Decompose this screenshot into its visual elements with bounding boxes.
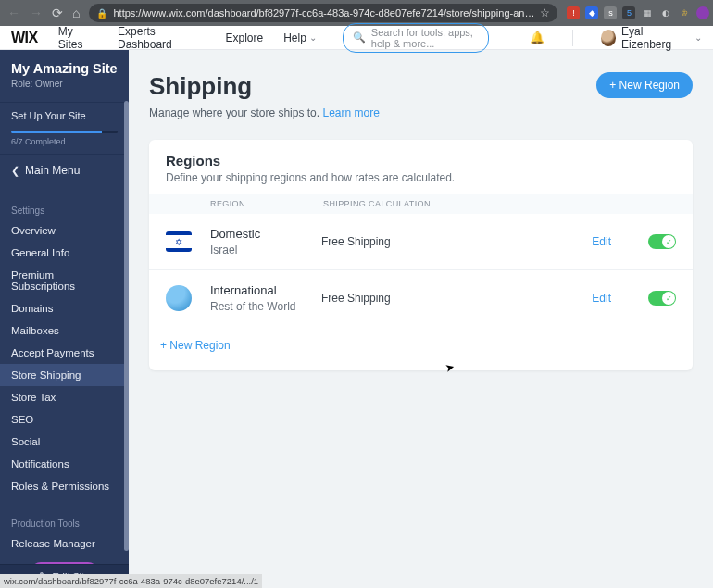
ext-icon[interactable]: ♔ — [678, 6, 691, 19]
wix-logo[interactable]: WIX — [11, 30, 38, 46]
search-icon: 🔍 — [353, 31, 366, 44]
browser-status-bar: wix.com/dashboard/bf82977f-cc6a-483a-974… — [0, 574, 262, 588]
region-location: Israel — [210, 244, 321, 256]
israel-flag-icon: ✡ — [166, 231, 192, 252]
learn-more-link[interactable]: Learn more — [322, 106, 379, 119]
search-placeholder: Search for tools, apps, help & more... — [371, 27, 479, 49]
site-title: My Amazing Site — [11, 61, 118, 76]
chevron-down-icon: ⌄ — [694, 32, 702, 43]
browser-home-icon[interactable]: ⌂ — [72, 6, 80, 20]
nav-experts[interactable]: Experts Dashboard — [118, 25, 205, 51]
globe-icon — [166, 285, 192, 311]
chevron-down-icon: ⌄ — [309, 32, 317, 43]
bookmark-star-icon[interactable]: ☆ — [540, 6, 550, 19]
main-content: Shipping Manage where your store ships t… — [129, 50, 713, 588]
sidebar-item-payments[interactable]: Accept Payments — [0, 342, 129, 364]
ext-icon[interactable] — [696, 6, 709, 19]
region-calc: Free Shipping — [321, 235, 592, 248]
global-search[interactable]: 🔍 Search for tools, apps, help & more... — [343, 23, 489, 53]
sidebar-item-shipping[interactable]: Store Shipping — [0, 364, 129, 386]
divider — [572, 30, 573, 46]
edit-region-link[interactable]: Edit — [592, 292, 611, 305]
nav-explore[interactable]: Explore — [225, 31, 263, 44]
top-nav: WIX My Sites Experts Dashboard Explore H… — [0, 26, 713, 50]
region-location: Rest of the World — [210, 300, 321, 313]
extensions-strip: ! ◆ s 5 ▦ ◐ ♔ ☺ ⋮ — [567, 6, 713, 20]
setup-site-link[interactable]: Set Up Your Site — [0, 103, 129, 125]
sidebar-item-tax[interactable]: Store Tax — [0, 386, 129, 408]
ext-icon[interactable]: ▦ — [641, 6, 654, 19]
sidebar-item-roles[interactable]: Roles & Permissions — [0, 475, 129, 497]
url-bar[interactable]: 🔒 https://www.wix.com/dashboard/bf82977f… — [89, 4, 557, 22]
col-region: REGION — [166, 199, 323, 208]
section-production: Production Tools — [0, 507, 129, 532]
lock-icon: 🔒 — [96, 8, 107, 19]
account-name: Eyal Eizenberg — [621, 25, 689, 51]
url-text: https://www.wix.com/dashboard/bf82977f-c… — [113, 7, 534, 19]
chevron-left-icon: ❮ — [11, 165, 19, 177]
sidebar-item-domains[interactable]: Domains — [0, 297, 129, 319]
setup-progress — [11, 131, 118, 133]
regions-table-head: REGION SHIPPING CALCULATION — [149, 194, 693, 214]
browser-reload-icon[interactable]: ⟳ — [52, 6, 63, 20]
avatar — [601, 30, 616, 46]
site-role: Role: Owner — [11, 79, 118, 89]
region-row-domestic[interactable]: ✡ Domestic Israel Free Shipping Edit — [149, 214, 693, 269]
sidebar: My Amazing Site Role: Owner Set Up Your … — [0, 50, 129, 588]
page-subtitle: Manage where your store ships to. Learn … — [149, 106, 380, 119]
sidebar-item-overview[interactable]: Overview — [0, 219, 129, 242]
sidebar-item-general[interactable]: General Info — [0, 242, 129, 264]
sidebar-item-mailboxes[interactable]: Mailboxes — [0, 319, 129, 342]
edit-region-link[interactable]: Edit — [592, 235, 611, 248]
sidebar-item-social[interactable]: Social — [0, 431, 129, 453]
page-title: Shipping — [149, 72, 380, 101]
browser-back-icon[interactable]: ← — [7, 6, 20, 20]
sidebar-item-release-manager[interactable]: Release Manager — [0, 532, 129, 555]
section-settings: Settings — [0, 194, 129, 219]
region-toggle[interactable] — [648, 234, 676, 249]
region-name: Domestic — [210, 227, 321, 241]
ext-icon[interactable]: 5 — [622, 6, 635, 19]
nav-help[interactable]: Help ⌄ — [283, 31, 317, 44]
regions-card: Regions Define your shipping regions and… — [149, 140, 693, 370]
setup-completed: 6/7 Completed — [0, 133, 129, 146]
nav-my-sites[interactable]: My Sites — [58, 25, 97, 51]
browser-forward-icon[interactable]: → — [30, 6, 43, 20]
ext-icon[interactable]: ◆ — [585, 6, 598, 19]
ext-icon[interactable]: s — [604, 6, 617, 19]
ext-icon[interactable]: ! — [567, 6, 580, 19]
sidebar-item-notifications[interactable]: Notifications — [0, 453, 129, 475]
add-region-link[interactable]: + New Region — [149, 326, 693, 365]
ext-icon[interactable]: ◐ — [659, 6, 672, 19]
new-region-button[interactable]: + New Region — [596, 72, 693, 98]
region-row-international[interactable]: International Rest of the World Free Shi… — [149, 269, 693, 326]
account-menu[interactable]: Eyal Eizenberg ⌄ — [601, 25, 702, 51]
notifications-bell-icon[interactable]: 🔔 — [530, 31, 544, 44]
browser-toolbar: ← → ⟳ ⌂ 🔒 https://www.wix.com/dashboard/… — [0, 0, 713, 26]
sidebar-item-premium[interactable]: Premium Subscriptions — [0, 264, 129, 297]
region-toggle[interactable] — [648, 291, 676, 306]
regions-title: Regions — [166, 153, 676, 169]
regions-subtitle: Define your shipping regions and how rat… — [166, 171, 676, 184]
main-menu-back[interactable]: ❮ Main Menu — [0, 155, 129, 186]
col-shipping-calc: SHIPPING CALCULATION — [323, 199, 676, 208]
sidebar-item-seo[interactable]: SEO — [0, 408, 129, 431]
region-name: International — [210, 283, 321, 297]
region-calc: Free Shipping — [321, 292, 592, 305]
